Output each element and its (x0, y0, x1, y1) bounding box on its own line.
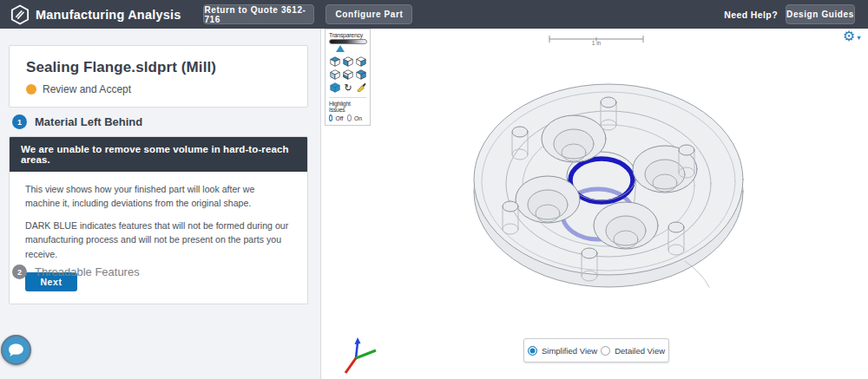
top-bar: Manufacturing Analysis Return to Quote 3… (0, 0, 868, 29)
status-dot-icon (26, 84, 36, 95)
need-help-link[interactable]: Need Help? (724, 10, 778, 20)
detailed-view-radio[interactable] (601, 346, 610, 356)
highlight-on-label: On (354, 115, 362, 121)
chevron-down-icon: ▼ (856, 35, 862, 41)
issue-description-2: DARK BLUE indicates features that will n… (25, 219, 292, 261)
part-status: Review and Accept (43, 83, 131, 95)
design-guides-button[interactable]: Design Guides (786, 4, 855, 24)
view-bottom-icon[interactable] (342, 69, 354, 81)
rotate-view-icon[interactable]: ↻ (342, 82, 354, 94)
return-to-quote-button[interactable]: Return to Quote 3612-716 (203, 4, 314, 24)
issue-description-1: This view shows how your finished part w… (25, 182, 292, 211)
step-number-badge: 2 (12, 265, 27, 279)
issue-banner: We are unable to remove some volume in h… (10, 137, 307, 172)
view-tools-panel: Transparency (325, 29, 371, 126)
view-mode-toggle: Simplified View Detailed View (523, 338, 669, 363)
transparency-slider[interactable] (329, 39, 367, 44)
scale-label: 1 in (548, 40, 645, 46)
viewport-settings-button[interactable]: ⚙ ▼ (843, 29, 862, 43)
highlight-off-radio[interactable] (329, 114, 332, 121)
view-left-icon[interactable] (329, 69, 341, 81)
simplified-view-option[interactable]: Simplified View (528, 346, 597, 356)
simplified-view-label: Simplified View (542, 346, 597, 356)
step-number-badge: 1 (12, 114, 27, 129)
step-threadable-features[interactable]: 2 Threadable Features (12, 265, 140, 279)
axis-triad-icon (339, 332, 379, 376)
detailed-view-label: Detailed View (615, 346, 665, 356)
view-isometric-icon[interactable] (329, 82, 341, 94)
app-logo (10, 4, 30, 25)
chat-button[interactable] (1, 335, 31, 365)
view-corner-icon[interactable] (355, 69, 367, 81)
view-top-icon[interactable] (329, 56, 341, 68)
3d-viewport[interactable]: Transparency (322, 29, 868, 379)
highlight-off-label: Off (335, 115, 343, 121)
transparency-slider-thumb[interactable] (336, 45, 345, 52)
step-label: Material Left Behind (35, 115, 142, 128)
step-material-left-behind[interactable]: 1 Material Left Behind (12, 114, 142, 129)
step-label: Threadable Features (35, 265, 140, 278)
view-right-icon[interactable] (355, 56, 367, 68)
highlight-issues-label: Highlight Issues (329, 101, 366, 113)
transparency-label: Transparency (329, 32, 366, 38)
app-title: Manufacturing Analysis (36, 8, 181, 22)
paint-brush-icon[interactable] (355, 82, 367, 94)
chat-bubble-icon (7, 343, 25, 358)
view-front-icon[interactable] (342, 56, 354, 68)
analysis-sidebar: Sealing Flange.sldprt (Mill) Review and … (0, 29, 321, 379)
cad-model-canvas[interactable] (322, 29, 868, 379)
highlight-on-radio[interactable] (347, 114, 351, 121)
simplified-view-radio[interactable] (528, 346, 537, 356)
gear-icon: ⚙ (843, 29, 855, 43)
configure-part-button[interactable]: Configure Part (326, 4, 412, 24)
scale-bar: 1 in (548, 33, 645, 49)
detailed-view-option[interactable]: Detailed View (601, 346, 665, 356)
hexagon-logo-icon (10, 4, 30, 25)
part-summary-card: Sealing Flange.sldprt (Mill) Review and … (9, 45, 308, 108)
part-title: Sealing Flange.sldprt (Mill) (26, 59, 291, 76)
